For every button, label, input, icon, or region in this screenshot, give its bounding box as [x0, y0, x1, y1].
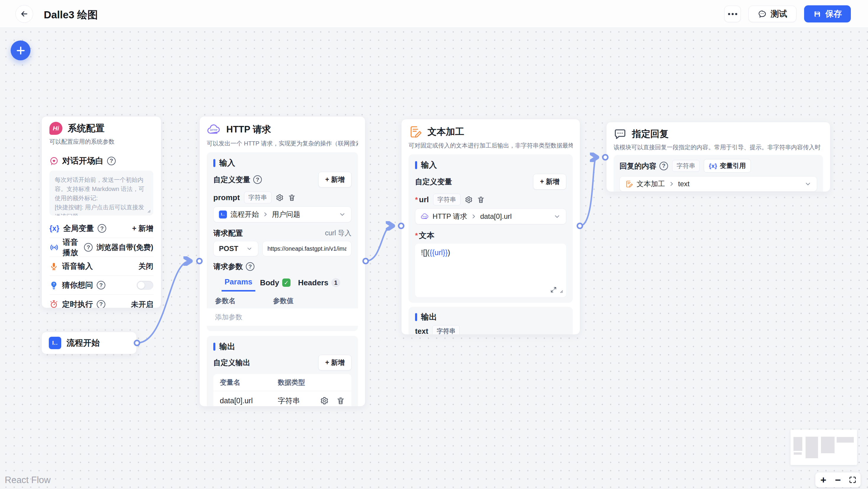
url-input[interactable]: [262, 241, 351, 256]
node-flow-start[interactable]: I.. 流程开始: [41, 332, 137, 354]
help-icon[interactable]: [107, 157, 116, 165]
http-input-card: 输入 自定义变量 + 新增 prompt 字符串: [207, 152, 358, 331]
minimap[interactable]: [790, 430, 857, 465]
gear-icon[interactable]: [465, 196, 473, 204]
resize-handle-icon[interactable]: [558, 287, 563, 295]
output-name: text: [415, 327, 428, 335]
check-icon: [282, 279, 290, 287]
config-row-guess-question[interactable]: ? 猜你想问: [50, 276, 153, 295]
add-node-button[interactable]: [11, 40, 30, 60]
custom-vars-label: 自定义变量: [415, 177, 452, 187]
section-label: 输入: [421, 160, 437, 170]
add-variable-button[interactable]: + 新增: [318, 172, 351, 188]
add-param-row[interactable]: 添加参数: [207, 308, 358, 326]
handle-target-text-edit[interactable]: [398, 223, 404, 229]
section-label: 输入: [219, 158, 235, 168]
node-desc: 可以发出一个 HTTP 请求，实现更为复杂的操作（联网搜索、数据库查询等）: [207, 139, 358, 148]
node-desc: 该模块可以直接回复一段指定的内容。常用于引导、提示。非字符串内容传入时，会转成字…: [614, 143, 823, 151]
help-icon[interactable]: [97, 300, 105, 308]
node-text-edit[interactable]: 文本加工 可对固定或传入的文本进行加工后输出，非字符串类型数据最终会转成字符串类…: [401, 119, 580, 335]
ref-field: text: [678, 180, 801, 188]
help-icon[interactable]: [98, 224, 106, 233]
gear-icon[interactable]: [320, 396, 329, 405]
svg-text:HTTP: HTTP: [423, 216, 427, 218]
chevron-right-icon: [262, 211, 268, 217]
resize-handle-icon[interactable]: [146, 208, 151, 214]
flow-canvas[interactable]: Hi 系统配置 可以配置应用的系统参数 对话开场白: [0, 0, 868, 489]
minimap-node: [821, 437, 835, 453]
node-title: 系统配置: [68, 122, 104, 134]
bulb-icon: ?: [50, 281, 58, 290]
help-icon[interactable]: [84, 243, 93, 252]
node-http-request[interactable]: HTTP HTTP 请求 可以发出一个 HTTP 请求，实现更为复杂的操作（联网…: [199, 116, 365, 406]
node-system-config[interactable]: Hi 系统配置 可以配置应用的系统参数 对话开场白: [41, 116, 161, 308]
help-icon[interactable]: [246, 262, 254, 271]
handle-source-text-edit[interactable]: [577, 223, 583, 229]
trash-icon[interactable]: [336, 396, 345, 405]
chevron-right-icon: [669, 181, 675, 187]
add-variable-button[interactable]: + 新增: [132, 224, 153, 233]
more-menu-button[interactable]: [724, 6, 741, 22]
add-output-button[interactable]: + 新增: [318, 355, 351, 370]
ref-source: 文本加工: [637, 179, 665, 189]
flow-start-mini-icon: I..: [219, 210, 227, 219]
method-select[interactable]: POST: [213, 241, 258, 256]
reply-source-select[interactable]: 文本加工 text: [619, 176, 817, 192]
tab-headers[interactable]: Headers 1: [295, 276, 343, 291]
fit-view-button[interactable]: [846, 473, 859, 487]
url-source-select[interactable]: HTTP HTTP 请求 data[0].url: [415, 208, 566, 224]
workflow-editor: Hi 系统配置 可以配置应用的系统参数 对话开场白: [0, 0, 868, 489]
guess-question-toggle[interactable]: [137, 281, 153, 290]
col-data-type: 数据类型: [278, 378, 305, 387]
config-row-scheduled-run[interactable]: 定时执行 未开启: [50, 295, 153, 308]
curl-import-button[interactable]: curl 导入: [325, 229, 351, 238]
trash-icon[interactable]: [477, 196, 485, 204]
http-cloud-mini-icon: HTTP: [421, 212, 429, 221]
tab-body[interactable]: Body: [257, 276, 293, 291]
ref-source: HTTP 请求: [433, 212, 467, 221]
variable-name: prompt: [213, 193, 240, 202]
config-row-voice-input[interactable]: 语音输入 关闭: [50, 257, 153, 276]
test-button[interactable]: 测试: [748, 6, 797, 22]
back-button[interactable]: [16, 5, 33, 23]
handle-source-http-request[interactable]: [363, 258, 369, 264]
help-icon[interactable]: [253, 175, 262, 184]
ellipsis-icon: [728, 13, 730, 15]
http-cloud-icon: HTTP: [207, 122, 221, 137]
help-icon[interactable]: [659, 162, 668, 170]
template-variable: {{url}}: [430, 248, 447, 257]
chevron-down-icon: [339, 211, 346, 218]
chevron-down-icon: [246, 246, 253, 252]
handle-target-specified-reply[interactable]: [602, 154, 609, 161]
type-tag: 字符串: [244, 192, 272, 203]
zoom-in-button[interactable]: +: [817, 473, 830, 487]
section-bar: [213, 343, 215, 351]
help-icon[interactable]: [97, 281, 105, 289]
save-button[interactable]: 保存: [804, 5, 851, 23]
canvas-controls: + −: [815, 472, 861, 487]
node-specified-reply[interactable]: 指定回复 该模块可以直接回复一段指定的内容。常用于引导、提示。非字符串内容传入时…: [606, 122, 830, 192]
test-label: 测试: [771, 8, 787, 20]
minimap-node: [837, 437, 854, 443]
text-template-textarea[interactable]: ![]({{url}}): [415, 243, 566, 297]
tab-params[interactable]: Params: [222, 275, 255, 292]
gear-icon[interactable]: [276, 194, 284, 202]
expand-icon[interactable]: [550, 286, 557, 295]
config-row-tts[interactable]: 语音播放 浏览器自带(免费): [50, 238, 153, 257]
required-asterisk: *: [415, 231, 418, 239]
variables-icon: [709, 162, 717, 169]
prompt-source-select[interactable]: I.. 流程开始 用户问题: [213, 206, 351, 222]
ref-field: 用户问题: [272, 209, 335, 219]
save-label: 保存: [826, 8, 842, 20]
variable-reference-tag[interactable]: 变量引用: [704, 159, 751, 173]
svg-text:HTTP: HTTP: [210, 128, 217, 132]
handle-target-http-request[interactable]: [196, 258, 203, 264]
chat-test-icon: [758, 9, 767, 19]
zoom-out-button[interactable]: −: [832, 473, 845, 487]
config-row-global-vars[interactable]: 全局变量 + 新增: [50, 219, 153, 238]
welcome-textarea[interactable]: [50, 171, 153, 216]
trash-icon[interactable]: [288, 194, 296, 202]
add-variable-button[interactable]: + 新增: [533, 174, 566, 190]
handle-source-flow-start[interactable]: [134, 340, 140, 346]
row-label: 全局变量: [63, 223, 94, 234]
